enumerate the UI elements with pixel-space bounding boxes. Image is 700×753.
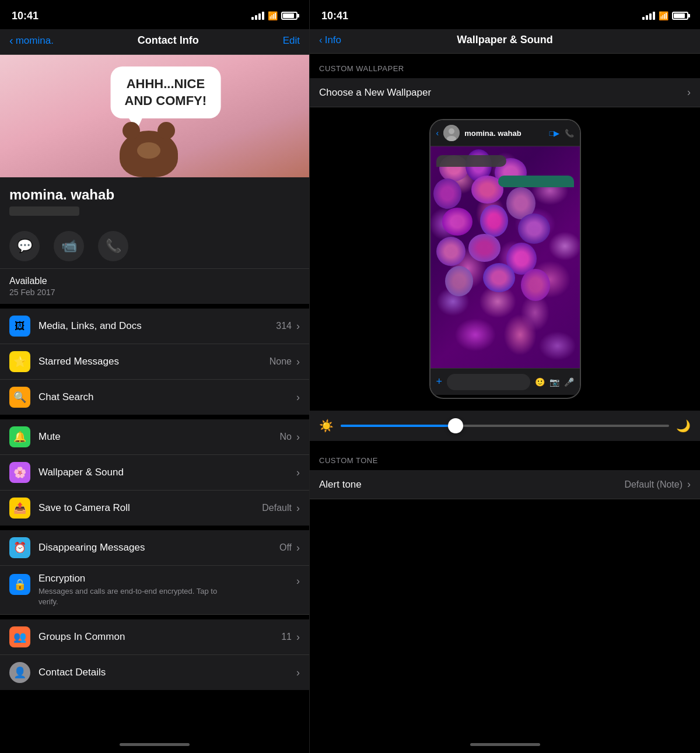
disappearing-label: Disappearing Messages: [38, 542, 279, 554]
right-time: 10:41: [321, 10, 348, 22]
brightness-row: ☀️ 🌙: [310, 411, 700, 446]
phone-mic-icon: 🎤: [564, 377, 574, 387]
right-status-bar: 10:41 📶: [310, 0, 700, 29]
sun-icon: ☀️: [319, 419, 334, 433]
contact-actions: 💬 📹 📞: [9, 231, 300, 261]
wallpaper-phone-frame: ‹ momina. wahab □▶ 📞: [429, 119, 581, 399]
encryption-item[interactable]: 🔒 Encryption Messages and calls are end-…: [0, 566, 309, 615]
contact-details-label: Contact Details: [38, 667, 292, 678]
right-wifi-icon: 📶: [659, 11, 668, 20]
starred-icon: ⭐: [9, 351, 30, 372]
contact-hero: AHHH...NICEAND COMFY!: [0, 55, 309, 177]
right-home-indicator: [310, 736, 700, 753]
menu-group-4: 👥 Groups In Common 11 › 👤 Contact Detail…: [0, 619, 309, 695]
menu-group-1: 🖼 Media, Links, and Docs 314 › ⭐ Starred…: [0, 309, 309, 419]
choose-wallpaper-chevron: ›: [687, 86, 691, 99]
starred-messages-item[interactable]: ⭐ Starred Messages None ›: [0, 344, 309, 380]
wallpaper-label: Wallpaper & Sound: [38, 467, 292, 478]
contact-number: [9, 206, 79, 216]
brightness-slider[interactable]: [341, 425, 669, 427]
wallpaper-chevron: ›: [296, 467, 300, 479]
alert-tone-row[interactable]: Alert tone Default (Note) ›: [310, 470, 700, 499]
mute-chevron: ›: [296, 431, 300, 443]
signal-icon: [251, 12, 264, 20]
contact-details-icon: 👤: [9, 662, 30, 683]
status-date: 25 Feb 2017: [9, 288, 300, 297]
disappearing-value: Off: [279, 542, 292, 553]
custom-wallpaper-header-text: CUSTOM WALLPAPER: [319, 64, 404, 73]
slider-fill: [341, 425, 456, 427]
custom-wallpaper-header: CUSTOM WALLPAPER: [310, 54, 700, 78]
wallpaper-icon: 🌸: [9, 462, 30, 483]
save-chevron: ›: [296, 502, 300, 514]
back-button[interactable]: ‹ momina.: [9, 34, 54, 47]
media-value: 314: [276, 321, 292, 331]
encryption-label: Encryption: [38, 573, 296, 584]
edit-button[interactable]: Edit: [283, 35, 300, 47]
phone-camera-icon: 📷: [550, 377, 559, 387]
media-links-docs-item[interactable]: 🖼 Media, Links, and Docs 314 ›: [0, 309, 309, 344]
search-icon: 🔍: [9, 387, 30, 408]
encryption-chevron: ›: [296, 575, 300, 587]
status-section: Available 25 Feb 2017: [0, 269, 309, 309]
save-value: Default: [262, 503, 292, 513]
starred-chevron: ›: [296, 356, 300, 368]
mute-label: Mute: [38, 431, 280, 443]
encryption-icon: 🔒: [9, 574, 30, 595]
choose-wallpaper-row[interactable]: Choose a New Wallpaper ›: [310, 78, 700, 107]
save-icon: 📤: [9, 498, 30, 519]
phone-plus-icon: +: [436, 376, 443, 388]
wifi-icon: 📶: [268, 11, 278, 20]
status-label: Available: [9, 276, 300, 286]
chat-search-label: Chat Search: [38, 391, 292, 403]
contact-name: momina. wahab: [9, 187, 300, 203]
home-bar: [120, 743, 190, 746]
save-camera-roll-item[interactable]: 📤 Save to Camera Roll Default ›: [0, 491, 309, 526]
phone-input-bar: + 🙂 📷 🎤: [430, 368, 580, 395]
mute-item[interactable]: 🔔 Mute No ›: [0, 419, 309, 455]
disappearing-icon: ⏰: [9, 537, 30, 558]
chevron-left-icon: ‹: [9, 34, 13, 47]
phone-sticker-icon: 🙂: [535, 377, 545, 387]
right-back-label: Info: [325, 34, 341, 46]
save-label: Save to Camera Roll: [38, 502, 262, 514]
phone-action-icons: □▶ 📞: [550, 129, 574, 138]
groups-in-common-item[interactable]: 👥 Groups In Common 11 ›: [0, 619, 309, 655]
chat-search-item[interactable]: 🔍 Chat Search ›: [0, 380, 309, 415]
phone-back-icon: ‹: [436, 128, 439, 138]
phone-chat-header: ‹ momina. wahab □▶ 📞: [430, 120, 580, 146]
wallpaper-preview-container: ‹ momina. wahab □▶ 📞: [310, 107, 700, 411]
contact-details-item[interactable]: 👤 Contact Details ›: [0, 655, 309, 690]
wallpaper-background: [430, 146, 580, 368]
alert-tone-label: Alert tone: [319, 479, 624, 491]
groups-icon: 👥: [9, 626, 30, 647]
disappearing-messages-item[interactable]: ⏰ Disappearing Messages Off ›: [0, 530, 309, 566]
mute-value: No: [280, 432, 292, 442]
back-label: momina.: [16, 35, 54, 47]
alert-tone-chevron: ›: [687, 478, 691, 491]
groups-chevron: ›: [296, 631, 300, 643]
menu-group-3: ⏰ Disappearing Messages Off › 🔒 Encrypti…: [0, 530, 309, 619]
custom-tone-header: CUSTOM TONE: [310, 446, 700, 470]
video-button[interactable]: 📹: [54, 231, 84, 261]
phone-contact-name-label: momina. wahab: [464, 129, 544, 138]
alert-tone-value: Default (Note): [624, 479, 682, 490]
right-nav-title: Wallpaper & Sound: [457, 34, 552, 46]
right-back-button[interactable]: ‹ Info: [319, 34, 341, 46]
groups-label: Groups In Common: [38, 631, 281, 643]
message-button[interactable]: 💬: [9, 231, 40, 261]
mute-icon: 🔔: [9, 426, 30, 447]
svg-point-1: [449, 128, 454, 134]
right-home-bar: [470, 743, 540, 746]
chat-search-chevron: ›: [296, 391, 300, 404]
right-signal-icon: [642, 12, 655, 20]
slider-thumb[interactable]: [448, 418, 463, 433]
right-status-icons: 📶: [642, 11, 688, 20]
wallpaper-sound-item[interactable]: 🌸 Wallpaper & Sound ›: [0, 455, 309, 491]
right-panel: 10:41 📶 ‹ Info Wallpaper & Sound CUSTOM …: [309, 0, 700, 753]
moon-icon: 🌙: [676, 419, 691, 433]
encryption-content: Encryption Messages and calls are end-to…: [38, 573, 296, 607]
contact-info-section: momina. wahab 💬 📹 📞: [0, 177, 309, 269]
left-status-bar: 10:41 📶: [0, 0, 309, 29]
call-button[interactable]: 📞: [98, 231, 128, 261]
